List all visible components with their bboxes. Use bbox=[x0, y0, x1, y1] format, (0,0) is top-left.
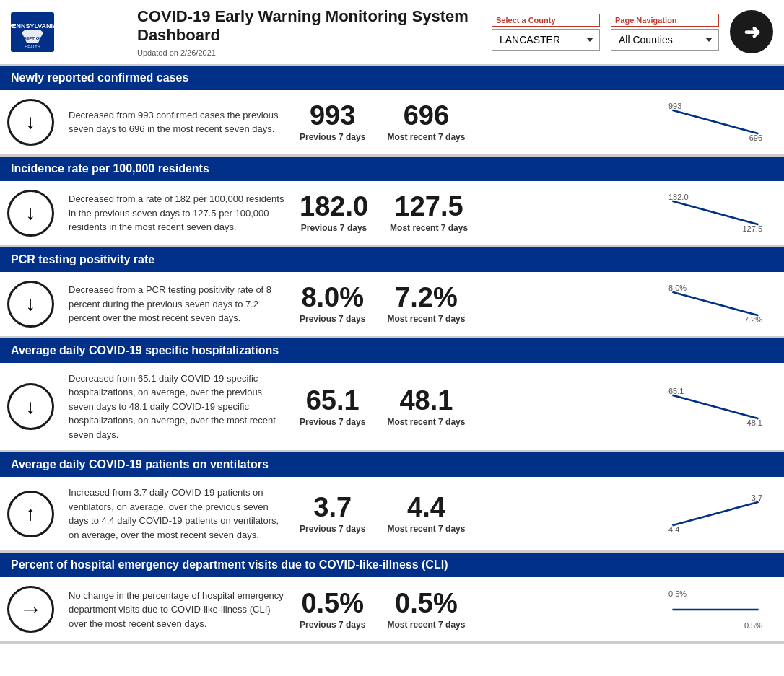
county-select[interactable]: LANCASTER bbox=[492, 29, 600, 51]
section-pcr: PCR testing positivity rate ↓ Decreased … bbox=[0, 247, 784, 338]
chart-label-low-hospitalizations: 48.1 bbox=[747, 418, 762, 427]
prev-value-ventilators: 3.7 bbox=[313, 493, 352, 521]
prev-value-pcr: 8.0% bbox=[301, 284, 364, 311]
logo-area: PENNSYLVANIA DEPT OF HEALTH bbox=[11, 12, 126, 52]
section-body-ventilators: ↑ Increased from 3.7 daily COVID-19 pati… bbox=[0, 477, 784, 550]
prev-stat-cli: 0.5% Previous 7 days bbox=[300, 589, 365, 630]
recent-stat-incidence: 127.5 Most recent 7 days bbox=[390, 193, 468, 233]
prev-label-cli: Previous 7 days bbox=[300, 620, 365, 630]
controls-area: Select a County LANCASTER Page Navigatio… bbox=[492, 10, 773, 53]
prev-label-cases: Previous 7 days bbox=[300, 132, 365, 142]
recent-label-incidence: Most recent 7 days bbox=[390, 223, 468, 233]
chart-label-low-pcr: 7.2% bbox=[744, 315, 762, 324]
chart-label-low-cases: 696 bbox=[749, 133, 762, 142]
description-cli: No change in the percentage of hospital … bbox=[61, 589, 292, 631]
prev-label-incidence: Previous 7 days bbox=[301, 223, 367, 233]
section-header-cli: Percent of hospital emergency department… bbox=[0, 553, 784, 577]
chart-label-high-hospitalizations: 65.1 bbox=[668, 387, 684, 395]
chart-area-incidence: 182.0 127.5 bbox=[475, 191, 777, 234]
recent-stat-ventilators: 4.4 Most recent 7 days bbox=[387, 493, 465, 534]
trend-chart-cases: 993 696 bbox=[668, 100, 762, 144]
arrow-icon-cli: → bbox=[7, 586, 54, 633]
arrow-icon-pcr: ↓ bbox=[7, 281, 54, 328]
chart-label-high-incidence: 182.0 bbox=[668, 193, 689, 201]
svg-line-5 bbox=[672, 110, 758, 134]
recent-value-cli: 0.5% bbox=[395, 589, 458, 617]
description-pcr: Decreased from a PCR testing positivity … bbox=[61, 283, 292, 325]
page-nav-group: Page Navigation All Counties bbox=[611, 14, 719, 51]
svg-line-6 bbox=[672, 201, 758, 225]
prev-value-hospitalizations: 65.1 bbox=[306, 387, 360, 414]
page-nav-label: Page Navigation bbox=[611, 14, 719, 27]
chart-area-cli: 0.5% 0.5% bbox=[472, 588, 777, 631]
recent-label-ventilators: Most recent 7 days bbox=[387, 524, 465, 534]
recent-label-cases: Most recent 7 days bbox=[387, 132, 465, 142]
recent-label-cli: Most recent 7 days bbox=[387, 620, 465, 630]
chart-label-low-incidence: 127.5 bbox=[742, 224, 762, 233]
section-cli: Percent of hospital emergency department… bbox=[0, 553, 784, 644]
stats-area-incidence: 182.0 Previous 7 days 127.5 Most recent … bbox=[300, 193, 468, 233]
chart-area-pcr: 8.0% 7.2% bbox=[472, 282, 777, 325]
stats-area-hospitalizations: 65.1 Previous 7 days 48.1 Most recent 7 … bbox=[300, 387, 465, 427]
recent-stat-pcr: 7.2% Most recent 7 days bbox=[387, 284, 465, 324]
prev-label-pcr: Previous 7 days bbox=[300, 314, 365, 324]
trend-chart-hospitalizations: 65.1 48.1 bbox=[668, 385, 762, 429]
navigate-button[interactable]: ➜ bbox=[730, 10, 773, 53]
svg-text:DEPT OF: DEPT OF bbox=[23, 36, 42, 40]
recent-value-ventilators: 4.4 bbox=[407, 493, 445, 521]
prev-value-cli: 0.5% bbox=[301, 589, 364, 617]
stats-area-cases: 993 Previous 7 days 696 Most recent 7 da… bbox=[300, 102, 465, 142]
navigate-arrow-icon: ➜ bbox=[744, 20, 760, 44]
prev-label-ventilators: Previous 7 days bbox=[300, 524, 365, 534]
prev-stat-incidence: 182.0 Previous 7 days bbox=[300, 193, 368, 233]
section-hospitalizations: Average daily COVID-19 specific hospital… bbox=[0, 338, 784, 453]
county-dropdown-group: Select a County LANCASTER bbox=[492, 14, 600, 51]
pa-logo: PENNSYLVANIA DEPT OF HEALTH bbox=[11, 12, 54, 52]
chart-label-high-cases: 993 bbox=[668, 102, 681, 110]
sections-container: Newly reported confirmed cases ↓ Decreas… bbox=[0, 66, 784, 644]
prev-stat-pcr: 8.0% Previous 7 days bbox=[300, 284, 365, 324]
description-ventilators: Increased from 3.7 daily COVID-19 patien… bbox=[61, 486, 292, 542]
recent-value-incidence: 127.5 bbox=[395, 193, 463, 220]
section-header-ventilators: Average daily COVID-19 patients on venti… bbox=[0, 452, 784, 477]
section-body-hospitalizations: ↓ Decreased from 65.1 daily COVID-19 spe… bbox=[0, 363, 784, 451]
chart-label-low-cli: 0.5% bbox=[744, 621, 762, 630]
trend-chart-cli: 0.5% 0.5% bbox=[668, 588, 762, 631]
chart-area-ventilators: 4.4 3.7 bbox=[472, 492, 777, 535]
prev-label-hospitalizations: Previous 7 days bbox=[300, 417, 365, 427]
chart-area-hospitalizations: 65.1 48.1 bbox=[472, 385, 777, 429]
section-header-pcr: PCR testing positivity rate bbox=[0, 247, 784, 272]
arrow-icon-hospitalizations: ↓ bbox=[7, 383, 54, 430]
section-ventilators: Average daily COVID-19 patients on venti… bbox=[0, 452, 784, 553]
header: PENNSYLVANIA DEPT OF HEALTH COVID-19 Ear… bbox=[0, 0, 784, 66]
section-header-hospitalizations: Average daily COVID-19 specific hospital… bbox=[0, 338, 784, 363]
recent-stat-cases: 696 Most recent 7 days bbox=[387, 102, 465, 142]
description-cases: Decreased from 993 confirmed cases the p… bbox=[61, 108, 292, 136]
svg-line-8 bbox=[672, 395, 758, 418]
svg-text:PENNSYLVANIA: PENNSYLVANIA bbox=[11, 22, 54, 30]
section-body-cli: → No change in the percentage of hospita… bbox=[0, 577, 784, 641]
prev-value-cases: 993 bbox=[310, 102, 355, 129]
title-area: COVID-19 Early Warning Monitoring System… bbox=[137, 7, 481, 57]
section-body-incidence: ↓ Decreased from a rate of 182 per 100,0… bbox=[0, 181, 784, 245]
county-select-label: Select a County bbox=[492, 14, 600, 27]
section-header-cases: Newly reported confirmed cases bbox=[0, 66, 784, 90]
recent-stat-hospitalizations: 48.1 Most recent 7 days bbox=[387, 387, 465, 427]
updated-text: Updated on 2/26/2021 bbox=[137, 48, 481, 57]
section-header-incidence: Incidence rate per 100,000 residents bbox=[0, 157, 784, 181]
chart-label-low-ventilators: 3.7 bbox=[752, 493, 762, 502]
recent-value-cases: 696 bbox=[404, 102, 449, 129]
description-hospitalizations: Decreased from 65.1 daily COVID-19 speci… bbox=[61, 372, 292, 442]
stats-area-cli: 0.5% Previous 7 days 0.5% Most recent 7 … bbox=[300, 589, 465, 630]
prev-stat-cases: 993 Previous 7 days bbox=[300, 102, 365, 142]
chart-label-high-pcr: 8.0% bbox=[668, 284, 687, 292]
chart-label-high-ventilators: 4.4 bbox=[668, 525, 679, 534]
svg-text:HEALTH: HEALTH bbox=[25, 45, 40, 49]
section-body-cases: ↓ Decreased from 993 confirmed cases the… bbox=[0, 90, 784, 154]
svg-line-7 bbox=[672, 292, 758, 316]
recent-label-hospitalizations: Most recent 7 days bbox=[387, 417, 465, 427]
recent-label-pcr: Most recent 7 days bbox=[387, 314, 465, 324]
recent-value-pcr: 7.2% bbox=[395, 284, 458, 311]
prev-stat-ventilators: 3.7 Previous 7 days bbox=[300, 493, 365, 534]
page-nav-select[interactable]: All Counties bbox=[611, 29, 719, 51]
